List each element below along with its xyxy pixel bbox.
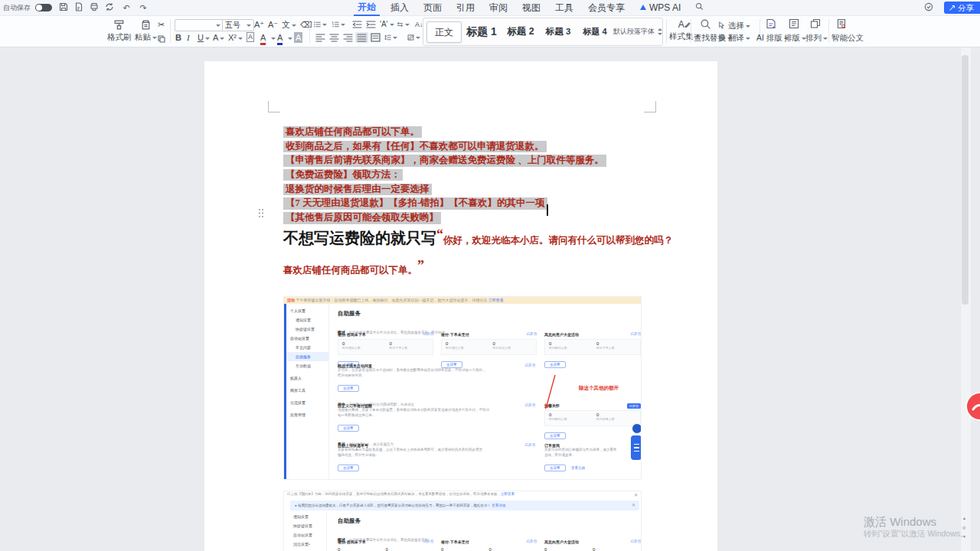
setup-button[interactable]: 去设置 bbox=[338, 385, 359, 392]
status-link[interactable]: 已开启 bbox=[527, 540, 537, 544]
autosave-toggle[interactable] bbox=[35, 4, 52, 11]
tab-home[interactable]: 开始 bbox=[354, 0, 380, 16]
doc-line[interactable]: 喜欢店铺任何商品都可以下单。 bbox=[283, 126, 422, 138]
view-example-link[interactable]: 查看示例 bbox=[571, 466, 585, 470]
tab-reference[interactable]: 引用 bbox=[452, 0, 479, 15]
search-icon[interactable] bbox=[691, 0, 707, 15]
numbered-list-icon[interactable] bbox=[332, 19, 345, 30]
phonetic-guide-icon[interactable]: 文 bbox=[282, 19, 296, 30]
scrollbar-thumb[interactable] bbox=[962, 55, 969, 305]
scroll-prev-page-icon[interactable]: ▲ bbox=[962, 516, 966, 520]
tab-wps-ai[interactable]: WPS AI bbox=[635, 0, 684, 15]
sidebar-item-selfservice[interactable]: 自助服务 bbox=[286, 352, 328, 361]
sidebar-item-tools[interactable]: 商家工具 bbox=[286, 386, 328, 395]
status-link[interactable]: 已开启 bbox=[423, 332, 434, 337]
two-way-arrow-icon[interactable] bbox=[397, 19, 410, 30]
arrange-button[interactable]: 排列 bbox=[805, 33, 828, 44]
style-heading1[interactable]: 标题 1 bbox=[462, 25, 501, 39]
quote-line2-row[interactable]: 喜欢店铺任何商品都可以下单。” bbox=[283, 258, 424, 277]
document-canvas[interactable]: 喜欢店铺任何商品都可以下单。 收到商品之后，如果有【任何】不喜欢都可以申请退货退… bbox=[0, 47, 960, 551]
font-family-combo[interactable] bbox=[175, 19, 224, 31]
quote-line2[interactable]: 喜欢店铺任何商品都可以下单。 bbox=[283, 265, 417, 276]
status-link[interactable]: 已开启 bbox=[423, 540, 434, 544]
bullet-list-icon[interactable] bbox=[314, 19, 327, 30]
tab-review[interactable]: 审阅 bbox=[485, 0, 511, 15]
distribute-icon[interactable] bbox=[369, 32, 382, 43]
translate-button[interactable]: 翻译 bbox=[718, 33, 750, 44]
notice-link[interactable]: 立即查看 bbox=[501, 492, 514, 496]
tab-insert[interactable]: 插入 bbox=[387, 0, 413, 15]
line-spacing-icon[interactable] bbox=[384, 32, 397, 43]
heading-line[interactable]: 不想写运费险的就只写“你好，欢迎光临本小店。请问有什么可以帮到您的吗？ bbox=[283, 227, 673, 249]
sort-icon[interactable]: A↓ bbox=[415, 19, 423, 30]
tab-page[interactable]: 页面 bbox=[420, 0, 446, 15]
export-pdf-icon[interactable] bbox=[74, 2, 84, 13]
sidebar-item-apps[interactable]: 应用管理 bbox=[286, 410, 328, 419]
save-icon[interactable] bbox=[58, 2, 69, 13]
floating-widget[interactable] bbox=[631, 423, 642, 460]
char-scale-icon[interactable]: 'A' bbox=[380, 19, 394, 30]
selected-text-block[interactable]: 喜欢店铺任何商品都可以下单。 收到商品之后，如果有【任何】不喜欢都可以申请退货退… bbox=[283, 124, 606, 224]
cut-icon[interactable]: ✂ bbox=[158, 19, 165, 30]
style-normal[interactable]: 正文 bbox=[426, 21, 462, 43]
char-shading-icon[interactable]: A bbox=[294, 32, 302, 43]
clear-format-icon[interactable]: ⌫ bbox=[300, 19, 312, 30]
align-right-icon[interactable] bbox=[341, 32, 354, 43]
style-heading4[interactable]: 标题 4 bbox=[577, 26, 613, 37]
heading-text[interactable]: 不想写运费险的就只写 bbox=[283, 230, 436, 246]
banner-detail-link[interactable]: 查看详情 bbox=[492, 504, 505, 507]
share-button[interactable]: 分享 bbox=[944, 2, 980, 14]
font-size-combo[interactable]: 五号 bbox=[222, 19, 254, 31]
gallery-scroll-buttons[interactable] bbox=[656, 28, 662, 35]
status-link[interactable]: 已开启 bbox=[525, 364, 536, 368]
doc-line[interactable]: 收到商品之后，如果有【任何】不喜欢都可以申请退货退款。 bbox=[283, 141, 547, 152]
tab-member[interactable]: 会员专享 bbox=[584, 0, 629, 15]
justify-icon[interactable] bbox=[355, 32, 368, 43]
align-left-icon[interactable] bbox=[314, 32, 327, 43]
style-heading3[interactable]: 标题 3 bbox=[540, 26, 577, 37]
layout-button[interactable]: 排版 bbox=[784, 33, 806, 44]
embedded-screenshot-2[interactable]: 已上线【预约单】功能：协助商家接待买家，系统可智能识别消费者问题并及时解决，省去… bbox=[283, 491, 642, 551]
find-icon[interactable] bbox=[700, 18, 711, 33]
style-default-font[interactable]: 默认段落字体 bbox=[613, 27, 655, 37]
decrease-indent-icon[interactable] bbox=[351, 19, 364, 30]
increase-font-icon[interactable]: A⁺ bbox=[254, 19, 264, 30]
sidebar2-item[interactable]: 通知设置 bbox=[284, 512, 326, 521]
align-center-icon[interactable] bbox=[328, 32, 341, 43]
status-link[interactable]: 已开启 bbox=[525, 403, 536, 408]
embedded-screenshot-1[interactable]: 活动 千牛商家版全新升级：自动跟单提醒已上线，催拍催付、高意向买家识别一键开启，… bbox=[283, 296, 642, 480]
redo-icon[interactable]: ↷ bbox=[138, 2, 149, 13]
status-link[interactable]: 已开启 bbox=[527, 332, 537, 337]
status-link[interactable]: 已开启 bbox=[631, 540, 642, 544]
doc-line[interactable]: 退换货的时候售后理由一定要选择 bbox=[283, 184, 432, 195]
text-effects-icon[interactable]: A bbox=[213, 32, 224, 43]
shading-icon[interactable] bbox=[407, 32, 420, 43]
paste-button[interactable]: 粘贴 bbox=[135, 19, 157, 43]
paragraph-drag-handle[interactable] bbox=[258, 207, 264, 221]
font-color-icon[interactable]: A bbox=[277, 32, 283, 45]
sidebar2-item[interactable]: 快捷键设置 bbox=[284, 521, 326, 530]
tab-view[interactable]: 视图 bbox=[518, 0, 544, 15]
status-link[interactable]: 已开启 bbox=[525, 443, 536, 448]
close-icon[interactable]: ✕ bbox=[634, 492, 638, 497]
increase-indent-icon[interactable] bbox=[364, 19, 377, 30]
sidebar-item-faq[interactable]: 常见问题 bbox=[286, 343, 328, 352]
highlight-color-icon[interactable]: A bbox=[260, 32, 266, 45]
status-badge[interactable]: 已开启 bbox=[627, 403, 641, 409]
setup-button[interactable]: 去设置 bbox=[544, 361, 566, 368]
status-link[interactable]: 已开启 bbox=[631, 332, 642, 337]
promo-link[interactable]: 立即查看 bbox=[488, 298, 504, 302]
doc-line[interactable]: 【其他售后原因可能会领取失败哟】 bbox=[283, 212, 441, 223]
setup-button[interactable]: 去设置 bbox=[338, 425, 359, 432]
sidebar2-item[interactable]: 自动化设置 bbox=[284, 530, 326, 540]
sidebar-item-automation[interactable]: 自动化设置 bbox=[286, 334, 328, 343]
setup-button[interactable]: 去设置 bbox=[544, 432, 566, 439]
banner-close-icon[interactable]: ✕ bbox=[632, 500, 635, 510]
char-border-icon[interactable]: A bbox=[247, 32, 254, 42]
bold-icon[interactable]: B bbox=[175, 32, 181, 43]
output-convert-icon[interactable] bbox=[104, 2, 115, 13]
floating-red-button[interactable] bbox=[967, 393, 980, 419]
select-button[interactable]: 选择 bbox=[718, 21, 750, 31]
tab-tools[interactable]: 工具 bbox=[551, 0, 577, 15]
decrease-font-icon[interactable]: A⁻ bbox=[268, 19, 278, 30]
